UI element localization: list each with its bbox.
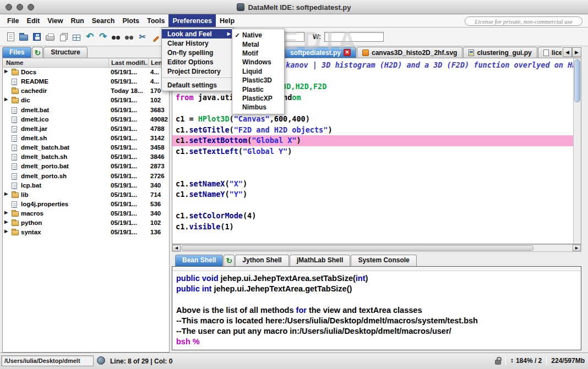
button-search[interactable] xyxy=(110,30,122,44)
file-row-syntax[interactable]: ▶syntax05/19/1...136 xyxy=(3,228,169,237)
file-row-docs[interactable]: ▶Docs05/19/1...4... xyxy=(3,68,169,77)
button-save[interactable] xyxy=(31,30,43,44)
editor-tab-softpediatest-py[interactable]: softpediatest.py✕ xyxy=(285,47,356,58)
button-redo[interactable] xyxy=(97,30,109,44)
menu-plots[interactable]: Plots xyxy=(118,14,143,27)
menu-item-project-directory[interactable]: Project Directory xyxy=(162,67,233,76)
globe-icon[interactable] xyxy=(97,356,105,365)
vertical-scroll-thum-handle[interactable] xyxy=(574,59,580,102)
shell-tab-jmathlab-shell[interactable]: jMathLab Shell xyxy=(290,255,351,266)
button-undo[interactable] xyxy=(84,30,96,44)
laf-option-motif[interactable]: Motif xyxy=(232,49,284,58)
code-line[interactable]: c1.setTextBottom("Global X") xyxy=(172,135,573,146)
menu-run[interactable]: Run xyxy=(67,14,88,27)
shell-tab-system-console[interactable]: System Console xyxy=(351,255,416,266)
button-copy[interactable] xyxy=(57,30,69,44)
menu-item-default-settings[interactable]: Default settings xyxy=(162,80,233,90)
button-print[interactable] xyxy=(44,30,56,44)
menu-item-look-and-feel[interactable]: Look and Feel▶ xyxy=(162,29,233,38)
code-line[interactable]: c1.setGTitle("F2D and H2D objects") xyxy=(172,125,573,136)
column-header-name[interactable]: Name xyxy=(6,58,23,67)
file-icon xyxy=(12,126,17,133)
code-line[interactable]: c1.setNameY("Y") xyxy=(172,189,573,200)
column-header-last-modifi[interactable]: Last modifi... xyxy=(108,58,148,67)
button-search-replace[interactable] xyxy=(123,30,135,44)
folder-icon xyxy=(12,192,19,198)
spinner-arrows-icon[interactable] xyxy=(510,358,514,364)
zoom-control[interactable]: 184% / 2 xyxy=(510,357,542,365)
laf-option-native[interactable]: ✓Native xyxy=(232,31,284,40)
lock-icon[interactable] xyxy=(495,360,501,365)
code-line[interactable]: c1.setNameX("X") xyxy=(172,179,573,190)
file-row-python[interactable]: ▶python05/19/1...102 xyxy=(3,218,169,228)
expand-arrow-icon: ▶ xyxy=(4,191,10,196)
file-row-lib[interactable]: ▶lib05/19/1...714 xyxy=(3,190,169,200)
menu-tools[interactable]: Tools xyxy=(143,14,168,27)
tab-scroll-right-button[interactable]: ▶ xyxy=(572,47,581,57)
menu-edit[interactable]: Edit xyxy=(23,14,44,27)
laf-option-windows[interactable]: Windows xyxy=(232,58,284,67)
file-row-dmelt-jar[interactable]: dmelt.jar05/19/1...4788 xyxy=(3,124,169,134)
file-row-log4j-properties[interactable]: log4j.properties05/19/1...536 xyxy=(3,200,169,209)
menu-search[interactable]: Search xyxy=(88,14,119,27)
file-row-dic[interactable]: ▶dic05/19/1...102 xyxy=(3,96,169,105)
menu-item-on-fly-spelling[interactable]: On-fly spelling xyxy=(162,48,233,57)
file-row-dmelt-porto-sh[interactable]: dmelt_porto.sh05/19/1...2726 xyxy=(3,172,169,181)
menu-items: FileEditViewRunSearchPlotsToolsPreferenc… xyxy=(3,14,238,27)
menu-preferences[interactable]: Preferences xyxy=(168,14,216,27)
button-table[interactable] xyxy=(70,30,83,44)
laf-option-plasticxp[interactable]: PlasticXP xyxy=(232,94,284,103)
file-row-readme[interactable]: README05/19/1...4... xyxy=(3,77,169,86)
file-row-dmelt-bat[interactable]: dmelt.bat05/19/1...3683 xyxy=(3,106,169,115)
code-line[interactable]: c1.setTextLeft("Global Y") xyxy=(172,146,573,157)
files-refresh-button[interactable]: ↻ xyxy=(32,47,43,58)
editor-tab-canvas3d-histo2d-2hf-svg[interactable]: canvas3D_histo2D_2hf.svg xyxy=(357,47,462,58)
laf-option-metal[interactable]: Metal xyxy=(232,40,284,48)
file-row-lcp-bat[interactable]: lcp.bat05/19/1...340 xyxy=(3,181,169,190)
code-line[interactable] xyxy=(172,168,573,179)
button-open-folder[interactable] xyxy=(18,30,30,44)
file-row-dmelt-sh[interactable]: dmelt.sh05/19/1...3142 xyxy=(3,134,169,143)
laf-option-nimbus[interactable]: Nimbus xyxy=(232,103,284,112)
menu-help[interactable]: Help xyxy=(216,14,238,27)
menu-view[interactable]: View xyxy=(43,14,67,27)
laf-option-liquid[interactable]: Liquid xyxy=(232,67,284,76)
code-line[interactable]: c1.setColorMode(4) xyxy=(172,211,573,222)
scroll-left-button[interactable]: ◀ xyxy=(172,245,181,251)
close-tab-button[interactable]: ✕ xyxy=(344,49,351,56)
code-line[interactable] xyxy=(172,157,573,168)
file-row-cachedir[interactable]: cachedirToday 18...170 xyxy=(3,86,169,96)
button-cut[interactable] xyxy=(137,30,149,44)
menu-item-editor-options[interactable]: Editor Options xyxy=(162,57,233,67)
file-row-dmelt-ico[interactable]: dmelt.ico05/19/1...49082 xyxy=(3,115,169,124)
tab-structure[interactable]: Structure xyxy=(43,47,87,58)
scroll-right-button[interactable]: ▶ xyxy=(573,245,581,251)
toolbar-w-field[interactable] xyxy=(324,32,384,42)
file-row-macros[interactable]: ▶macros05/19/1...340 xyxy=(3,209,169,218)
file-row-dmelt-batch-sh[interactable]: dmelt_batch.sh05/19/1...3846 xyxy=(3,152,169,162)
file-row-dmelt-batch-bat[interactable]: dmelt_batch.bat05/19/1...3458 xyxy=(3,143,169,152)
code-line[interactable] xyxy=(172,200,573,211)
shell-tab-jython-shell[interactable]: Jython Shell xyxy=(235,255,288,266)
new-file-icon xyxy=(7,32,14,41)
memory-usage: 224/597Mb xyxy=(551,357,585,365)
button-new-file[interactable] xyxy=(4,30,17,44)
code-line[interactable]: c1 = HPlot3D("Canvas",600,400) xyxy=(172,114,573,125)
menu-item-clear-history[interactable]: Clear History xyxy=(162,38,233,48)
console-panel[interactable]: public void jehep.ui.JehepTextArea.setTa… xyxy=(172,266,581,350)
shell-tab-bean-shell[interactable]: Bean Shell xyxy=(175,255,223,266)
laf-option-plastic3d[interactable]: Plastic3D xyxy=(232,76,284,85)
laf-option-plastic[interactable]: Plastic xyxy=(232,85,284,93)
editor-tab-license[interactable]: license... xyxy=(538,47,562,58)
file-row-dmelt-porto-bat[interactable]: dmelt_porto.bat05/19/1...2873 xyxy=(3,162,169,171)
editor-tab-clustering-gui-py[interactable]: clustering_gui.py xyxy=(463,47,537,58)
tab-scroll-left-button[interactable]: ◀ xyxy=(563,47,572,57)
preferences-menu-items: Look and Feel▶Clear HistoryOn-fly spelli… xyxy=(162,29,233,90)
horizontal-scroll-thumb[interactable] xyxy=(181,245,533,251)
shell-refresh-button[interactable]: ↻ xyxy=(224,255,235,266)
tab-files[interactable]: Files xyxy=(2,47,31,58)
menu-file[interactable]: File xyxy=(3,14,23,27)
code-line[interactable]: c1.visible(1) xyxy=(172,222,573,233)
button-wrench[interactable] xyxy=(150,30,162,44)
status-path-field[interactable]: /Users/iulia/Desktop/dmelt xyxy=(1,355,94,366)
